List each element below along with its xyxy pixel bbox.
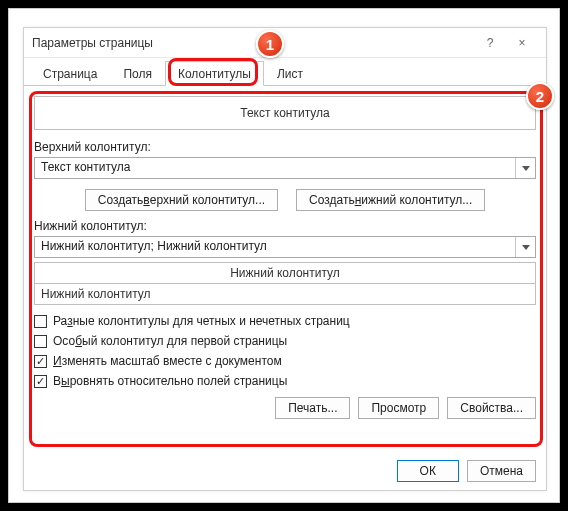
- tab-strip: Страница Поля Колонтитулы Лист: [24, 58, 546, 86]
- header-preview-text: Текст контитула: [240, 106, 329, 120]
- footer-combo-value: Нижний колонтитул; Нижний колонтитул: [35, 237, 515, 257]
- check-scale-with-doc[interactable]: ✓ Изменять масштаб вместе с документом: [34, 351, 536, 371]
- ok-button[interactable]: ОК: [397, 460, 459, 482]
- header-preview: Текст контитула: [34, 96, 536, 130]
- help-button[interactable]: ?: [474, 36, 506, 50]
- header-combo-value: Текст контитула: [35, 158, 515, 178]
- tab-page[interactable]: Страница: [30, 61, 110, 86]
- print-button[interactable]: Печать...: [275, 397, 350, 419]
- footer-preview-caption: Нижний колонтитул: [35, 263, 535, 283]
- window-title: Параметры страницы: [32, 36, 474, 50]
- chevron-down-icon: [515, 158, 535, 178]
- cancel-button[interactable]: Отмена: [467, 460, 536, 482]
- header-label: Верхний колонтитул:: [34, 140, 536, 154]
- checkbox-icon: ✓: [34, 375, 47, 388]
- annotation-badge-2: 2: [526, 82, 554, 110]
- tab-margins[interactable]: Поля: [110, 61, 165, 86]
- footer-combo[interactable]: Нижний колонтитул; Нижний колонтитул: [34, 236, 536, 258]
- chevron-down-icon: [515, 237, 535, 257]
- checkbox-icon: [34, 335, 47, 348]
- checkbox-icon: ✓: [34, 355, 47, 368]
- header-combo[interactable]: Текст контитула: [34, 157, 536, 179]
- check-align-margins[interactable]: ✓ Выровнять относительно полей страницы: [34, 371, 536, 391]
- preview-button[interactable]: Просмотр: [358, 397, 439, 419]
- footer-preview-body: Нижний колонтитул: [35, 283, 535, 304]
- footer-label: Нижний колонтитул:: [34, 219, 536, 233]
- page-setup-dialog: Параметры страницы ? × Страница Поля Кол…: [23, 27, 547, 491]
- check-first-page[interactable]: Особый колонтитул для первой страницы: [34, 331, 536, 351]
- titlebar: Параметры страницы ? ×: [24, 28, 546, 58]
- close-button[interactable]: ×: [506, 36, 538, 50]
- tab-content: Текст контитула Верхний колонтитул: Текс…: [24, 86, 546, 419]
- footer-preview: Нижний колонтитул Нижний колонтитул: [34, 262, 536, 305]
- tab-sheet[interactable]: Лист: [264, 61, 316, 86]
- checkbox-icon: [34, 315, 47, 328]
- create-header-button[interactable]: Создать верхний колонтитул...: [85, 189, 278, 211]
- check-odd-even[interactable]: Разные колонтитулы для четных и нечетных…: [34, 311, 536, 331]
- annotation-badge-1: 1: [256, 30, 284, 58]
- tab-headers-footers[interactable]: Колонтитулы: [165, 61, 264, 86]
- properties-button[interactable]: Свойства...: [447, 397, 536, 419]
- options-group: Разные колонтитулы для четных и нечетных…: [34, 311, 536, 391]
- create-footer-button[interactable]: Создать нижний колонтитул...: [296, 189, 485, 211]
